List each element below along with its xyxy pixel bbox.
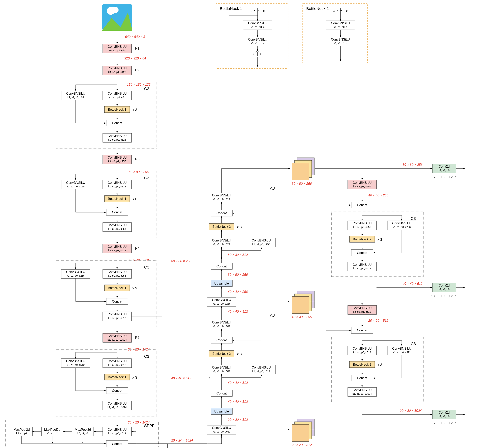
svg-rect-144 [292,163,309,180]
svg-text:x 9: x 9 [132,286,137,290]
c3-neck-40-up [191,309,283,374]
svg-text:80 × 80 × 256: 80 × 80 × 256 [171,259,191,263]
svg-text:C3: C3 [144,265,149,269]
svg-text:Conv2d: Conv2d [438,284,450,287]
svg-text:ConvBNSiLU: ConvBNSiLU [392,221,411,225]
svg-text:ConvBNSiLU: ConvBNSiLU [107,45,127,48]
svg-text:k5, s1, p2: k5, s1, p2 [78,432,88,435]
svg-text:k1, s1, p0, c512: k1, s1, p0, c512 [393,351,411,354]
svg-text:ConvBNSiLU: ConvBNSiLU [107,359,127,363]
svg-text:k1, s1, p0, c64: k1, s1, p0, c64 [109,96,125,99]
svg-text:40 × 40 × 256: 40 × 40 × 256 [228,290,248,294]
svg-text:k1, s1, p0, c512: k1, s1, p0, c512 [108,317,126,319]
svg-text:BottleNeck 2: BottleNeck 2 [353,237,371,241]
svg-text:Concat: Concat [112,121,122,125]
svg-text:x 3: x 3 [237,352,242,356]
svg-text:ConvBNSiLU: ConvBNSiLU [212,193,231,197]
svg-text:k1, s1, p0, c256: k1, s1, p0, c256 [108,274,126,277]
svg-text:k3, s2, p1, c1024: k3, s2, p1, c1024 [107,338,127,341]
svg-text:ConvBNSiLU: ConvBNSiLU [66,181,85,184]
svg-text:20 × 20 × 512: 20 × 20 × 512 [228,418,248,422]
svg-text:40 × 40 × 256: 40 × 40 × 256 [368,193,388,197]
svg-text:Concat: Concat [112,442,122,446]
svg-text:ConvBNSiLU: ConvBNSiLU [107,67,127,70]
svg-text:C3: C3 [411,216,416,221]
svg-text:k1, s1, p0: k1, s1, p0 [439,415,450,418]
svg-text:k1, s1, p0, c256: k1, s1, p0, c256 [213,198,231,201]
svg-text:40 × 40 × 512: 40 × 40 × 512 [228,310,248,313]
svg-text:ConvBNSiLU: ConvBNSiLU [352,221,372,225]
feature-stack-40 [292,291,314,314]
svg-text:Concat: Concat [216,211,227,215]
svg-text:ConvBNSiLU: ConvBNSiLU [352,388,372,392]
svg-text:Concat: Concat [357,328,367,332]
svg-text:20 × 20 × 512: 20 × 20 × 512 [291,443,312,447]
dim-p4: 40 × 40 × 512 [129,258,149,262]
svg-text:Upsample: Upsample [214,410,229,413]
svg-text:k3, s1, p1, c: k3, s1, p1, c [334,42,347,45]
svg-text:k1, s1, p0, c256: k1, s1, p0, c256 [67,274,85,277]
svg-text:ConvBNSiLU: ConvBNSiLU [252,239,271,242]
svg-text:MaxPool2d: MaxPool2d [75,428,91,431]
svg-text:x 3: x 3 [132,375,137,379]
svg-text:x 3: x 3 [377,363,382,367]
svg-text:ConvBNSiLU: ConvBNSiLU [392,347,411,350]
svg-text:BottleNeck 1: BottleNeck 1 [108,197,126,201]
dim-input: 640 × 640 × 3 [125,35,145,39]
svg-text:C3: C3 [270,314,275,318]
svg-text:ConvBNSiLU: ConvBNSiLU [107,334,127,338]
svg-text:ConvBNSiLU: ConvBNSiLU [212,239,231,242]
svg-text:x 3: x 3 [132,108,137,112]
svg-text:k3, s2, p1, c128: k3, s2, p1, c128 [108,71,126,73]
svg-text:40 × 40 × 256: 40 × 40 × 256 [292,315,312,319]
dim-p5: 20 × 20 × 1024 [128,348,149,351]
svg-text:k1, s1, p0, c256: k1, s1, p0, c256 [252,243,270,246]
svg-text:ConvBNSiLU: ConvBNSiLU [352,306,372,310]
svg-text:k3, s1, p1, c: k3, s1, p1, c [251,42,264,45]
svg-text:Conv2d: Conv2d [438,165,450,168]
svg-text:k1, s1, p0, c256: k1, s1, p0, c256 [108,228,126,230]
svg-text:80 × 80 × 512: 80 × 80 × 512 [228,253,248,257]
label-p2: P2 [135,68,140,72]
label-p3: P3 [135,157,140,161]
svg-text:80 × 80 × 256: 80 × 80 × 256 [402,163,423,167]
svg-text:ConvBNSiLU: ConvBNSiLU [352,181,372,184]
svg-text:C3: C3 [144,354,149,359]
svg-text:ConvBNSiLU: ConvBNSiLU [107,156,127,159]
svg-text:Concat: Concat [112,389,122,393]
svg-text:20 × 20 × 1024: 20 × 20 × 1024 [171,439,193,442]
svg-text:ConvBNSiLU: ConvBNSiLU [212,426,231,430]
svg-text:k1, s1, p0, c256: k1, s1, p0, c256 [353,226,371,228]
svg-text:Concat: Concat [216,264,227,268]
svg-text:k1, s1, p0, c512: k1, s1, p0, c512 [213,430,231,433]
svg-text:Concat: Concat [216,392,227,395]
svg-text:k1, s1, p0, c128: k1, s1, p0, c128 [108,138,126,141]
svg-text:C3: C3 [411,342,416,346]
svg-text:k3, s2, p1, c512: k3, s2, p1, c512 [353,310,371,313]
svg-text:x 3: x 3 [237,225,242,229]
svg-text:ConvBNSiLU: ConvBNSiLU [212,321,231,324]
svg-rect-118 [292,297,309,314]
svg-text:MaxPool2d: MaxPool2d [44,428,60,431]
svg-text:ConvBNSiLU: ConvBNSiLU [107,428,127,431]
svg-text:ConvBNSiLU: ConvBNSiLU [212,366,231,369]
svg-text:ConvBNSiLU: ConvBNSiLU [107,313,127,316]
svg-text:C3: C3 [144,87,149,91]
svg-text:Concat: Concat [357,203,367,207]
svg-text:40 × 40 × 512: 40 × 40 × 512 [171,377,191,380]
svg-text:k1, s1, p0: k1, s1, p0 [439,169,450,172]
svg-text:k1, s1, p0, c512: k1, s1, p0, c512 [108,432,126,435]
svg-text:k1, s1, p0, c512: k1, s1, p0, c512 [353,351,371,354]
svg-text:k1, s1, p0, c: k1, s1, p0, c [334,26,347,28]
svg-text:ConvBNSiLU: ConvBNSiLU [107,134,127,138]
svg-text:ConvBNSiLU: ConvBNSiLU [66,359,85,363]
svg-text:ConvBNSiLU: ConvBNSiLU [331,38,350,41]
label-p5: P5 [135,335,140,340]
svg-text:k1, s1, p0, c128: k1, s1, p0, c128 [67,185,85,188]
c3-neck-80-up [191,182,283,247]
svg-text:k1, s1, p0, c256: k1, s1, p0, c256 [213,243,231,246]
svg-text:40 × 40 × 512: 40 × 40 × 512 [228,381,248,385]
svg-text:BottleNeck 1: BottleNeck 1 [108,375,126,379]
svg-text:k1, s1, p0, c1024: k1, s1, p0, c1024 [107,406,127,409]
svg-text:k1, s1, p0, c512: k1, s1, p0, c512 [213,325,231,328]
